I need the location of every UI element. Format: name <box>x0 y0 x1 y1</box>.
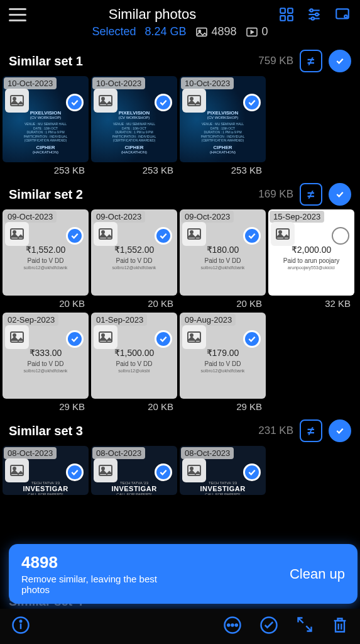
selection-check[interactable] <box>332 227 349 245</box>
date-badge: 08-Oct-2023 <box>4 447 57 459</box>
svg-point-45 <box>20 621 22 623</box>
set-title: Similar set 3 <box>9 424 83 438</box>
photo-icon[interactable] <box>94 222 117 246</box>
selection-check[interactable] <box>243 227 261 245</box>
svg-point-36 <box>190 334 193 336</box>
selection-check[interactable] <box>243 330 261 348</box>
photo-icon[interactable] <box>94 458 117 482</box>
photo-card[interactable]: 15-Sep-2023₹2,000.00Paid to arun poojary… <box>268 209 354 310</box>
svg-point-49 <box>236 625 237 626</box>
not-equal-button[interactable]: ≠ <box>300 50 322 72</box>
date-badge: 08-Oct-2023 <box>181 447 234 459</box>
date-badge: 02-Sep-2023 <box>4 314 58 326</box>
bottom-toolbar <box>0 609 360 644</box>
photo-card[interactable]: 09-Oct-2023₹180.00Paid to V DDsolbro12@o… <box>180 209 266 310</box>
photo-icon[interactable] <box>5 222 29 246</box>
selection-check[interactable] <box>243 94 261 111</box>
svg-point-20 <box>102 97 104 100</box>
tune-icon[interactable] <box>306 6 322 23</box>
svg-rect-2 <box>280 16 285 21</box>
cleanup-button[interactable]: Clean up <box>290 566 345 582</box>
file-size: 253 KB <box>91 162 177 177</box>
set-select-toggle[interactable] <box>329 183 351 206</box>
receipt-text: ₹1,552.00Paid to V DDsolbro12@okhdfcbank <box>3 245 89 270</box>
page-title: Similar photos <box>109 6 196 23</box>
video-count: 0 <box>262 25 268 38</box>
photo-card[interactable]: 08-Oct-2023TECH TATVA '23INVESTIGARCALL … <box>3 446 89 495</box>
not-equal-button[interactable]: ≠ <box>300 419 322 442</box>
photo-grid: 08-Oct-2023TECH TATVA '23INVESTIGARCALL … <box>0 446 360 495</box>
photo-icon[interactable] <box>5 325 29 349</box>
file-size: 32 KB <box>268 296 354 310</box>
svg-point-48 <box>232 625 234 626</box>
content-scroll[interactable]: Similar set 1759 KB≠10-Oct-2023PIXELVISI… <box>0 43 360 591</box>
svg-point-40 <box>102 467 104 470</box>
not-equal-button[interactable]: ≠ <box>300 183 322 206</box>
photo-icon[interactable] <box>182 222 206 246</box>
photo-icon[interactable] <box>5 458 29 482</box>
selection-check[interactable] <box>66 330 84 348</box>
poster-text: TECH TATVA '23INVESTIGARCALL FOR PAPERS! <box>5 481 86 495</box>
set-select-toggle[interactable] <box>329 419 351 442</box>
file-size: 253 KB <box>180 162 266 177</box>
photo-icon[interactable] <box>182 458 206 482</box>
photo-card[interactable]: 10-Oct-2023PIXELVISION(CV WORKSHOP)VENUE… <box>3 76 89 177</box>
svg-rect-3 <box>288 16 293 21</box>
photo-icon[interactable] <box>271 222 295 246</box>
svg-point-24 <box>13 231 16 233</box>
photo-grid: 09-Oct-2023₹1,552.00Paid to V DDsolbro12… <box>0 209 360 413</box>
compress-icon[interactable] <box>296 616 314 637</box>
selection-check[interactable] <box>66 464 84 481</box>
file-size: 20 KB <box>91 399 177 413</box>
svg-point-7 <box>310 9 312 11</box>
photo-card[interactable]: 08-Oct-2023TECH TATVA '23INVESTIGARCALL … <box>91 446 177 495</box>
photo-icon[interactable] <box>94 89 117 113</box>
photo-card[interactable]: 01-Sep-2023₹1,500.00Paid to V DDsolbro12… <box>91 313 177 413</box>
set-select-toggle[interactable] <box>329 50 351 72</box>
photo-card[interactable]: 09-Aug-2023₹179.00Paid to V DDsolbro12@o… <box>180 313 266 413</box>
selection-check[interactable] <box>155 330 172 348</box>
date-badge: 09-Oct-2023 <box>4 211 57 223</box>
file-size: 29 KB <box>3 399 89 413</box>
poster-text: TECH TATVA '23INVESTIGARCALL FOR PAPERS! <box>182 481 263 495</box>
info-icon[interactable] <box>11 616 30 637</box>
photo-card[interactable]: 09-Oct-2023₹1,552.00Paid to V DDsolbro12… <box>3 209 89 310</box>
date-badge: 08-Oct-2023 <box>92 447 145 459</box>
set-size: 169 KB <box>258 188 293 201</box>
photo-icon[interactable] <box>5 89 29 113</box>
photo-card[interactable]: 09-Oct-2023₹1,552.00Paid to V DDsolbro12… <box>91 209 177 310</box>
photo-icon[interactable] <box>94 325 117 349</box>
selection-check[interactable] <box>66 227 84 245</box>
grid-view-icon[interactable] <box>278 6 295 23</box>
date-badge: 10-Oct-2023 <box>92 77 145 89</box>
selection-check[interactable] <box>155 94 172 111</box>
photo-card[interactable]: 08-Oct-2023TECH TATVA '23INVESTIGARCALL … <box>180 446 266 495</box>
selection-check[interactable] <box>66 94 84 111</box>
selection-check[interactable] <box>155 464 172 481</box>
trash-icon[interactable] <box>331 616 349 637</box>
receipt-text: ₹1,500.00Paid to V DDsolbro12@oksbi <box>91 348 177 373</box>
menu-icon[interactable] <box>9 8 26 21</box>
cleanup-banner[interactable]: 4898 Remove similar, leaving the best ph… <box>9 544 357 604</box>
selection-check[interactable] <box>155 227 172 245</box>
photo-card[interactable]: 02-Sep-2023₹333.00Paid to V DDsolbro12@o… <box>3 313 89 413</box>
file-size: 253 KB <box>3 162 89 177</box>
app-header: Similar photos Selected 8.24 GB 4898 0 <box>0 0 360 43</box>
photo-icon[interactable] <box>182 89 206 113</box>
photo-card[interactable]: 10-Oct-2023PIXELVISION(CV WORKSHOP)VENUE… <box>91 76 177 177</box>
svg-marker-16 <box>251 30 253 33</box>
svg-point-8 <box>315 13 318 16</box>
file-size: 20 KB <box>91 296 177 310</box>
set-title: Similar set 1 <box>9 54 83 69</box>
photo-card[interactable]: 10-Oct-2023PIXELVISION(CV WORKSHOP)VENUE… <box>180 76 266 177</box>
photo-icon[interactable] <box>182 325 206 349</box>
photo-count: 4898 <box>212 25 237 38</box>
select-all-icon[interactable] <box>259 616 278 637</box>
selection-check[interactable] <box>243 464 261 481</box>
more-icon[interactable] <box>223 616 242 637</box>
photo-eye-icon[interactable] <box>334 6 351 23</box>
receipt-text: ₹1,552.00Paid to V DDsolbro12@okhdfcbank <box>91 245 177 270</box>
svg-point-9 <box>312 17 314 19</box>
set-header: Similar set 2169 KB≠ <box>0 177 360 209</box>
svg-point-42 <box>190 467 193 470</box>
